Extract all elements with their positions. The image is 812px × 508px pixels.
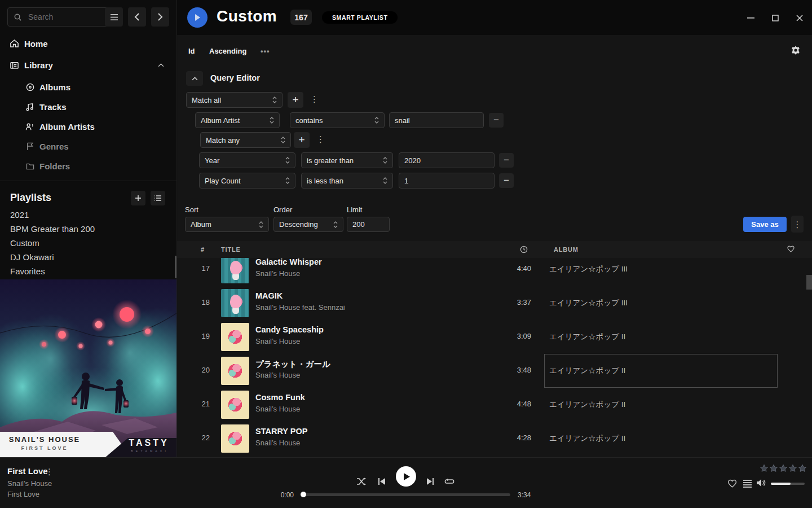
star-icon[interactable] <box>788 464 797 473</box>
star-icon[interactable] <box>769 464 778 473</box>
chevron-up-icon[interactable] <box>158 63 164 67</box>
track-row[interactable]: 19 Candy Spaceship Snail’s House 3:09 エイ… <box>177 320 804 354</box>
maximize-button[interactable] <box>767 12 783 24</box>
track-row[interactable]: 17 Galactic Whisper Snail’s House 4:40 エ… <box>177 258 804 286</box>
sort-direction-label[interactable]: Ascending <box>209 47 246 55</box>
rule-operator-select[interactable]: contains <box>290 112 385 128</box>
settings-gear-button[interactable] <box>791 46 800 57</box>
limit-input[interactable]: 200 <box>347 217 390 232</box>
rule-field-select[interactable]: Play Count <box>199 173 295 189</box>
repeat-button[interactable] <box>444 471 455 492</box>
sidebar-item-library[interactable]: Library <box>0 56 176 73</box>
rule-value-input[interactable]: snail <box>389 112 484 128</box>
add-playlist-button[interactable] <box>131 191 145 205</box>
playlist-item[interactable]: BPM Greater than 200 <box>10 224 162 235</box>
player-bar: First Love ⋮ Snail’s House First Love 0:… <box>0 457 812 508</box>
add-rule-button[interactable]: + <box>288 92 303 108</box>
queue-button[interactable] <box>743 479 752 490</box>
now-playing-title[interactable]: First Love <box>7 466 48 476</box>
match-mode-select[interactable]: Match all <box>186 92 283 108</box>
select-value: Album Artist <box>201 116 240 125</box>
save-options-kebab[interactable]: ⋮ <box>791 216 804 233</box>
playlist-item[interactable]: Favorites <box>10 266 162 278</box>
search-box[interactable] <box>7 7 113 27</box>
sort-select[interactable]: Album <box>185 217 269 232</box>
col-title[interactable]: TITLE <box>221 246 241 253</box>
select-value: contains <box>295 116 323 125</box>
gear-icon <box>791 46 800 55</box>
minimize-button[interactable] <box>743 12 758 24</box>
order-select[interactable]: Descending <box>273 217 343 232</box>
sidebar-item-album-artists[interactable]: Album Artists <box>0 118 176 135</box>
track-row[interactable]: 22 STARRY POP Snail’s House 4:28 エイリアン☆ポ… <box>177 422 804 456</box>
elapsed-time: 0:00 <box>273 491 294 499</box>
menu-button[interactable] <box>105 7 123 27</box>
volume-fill <box>771 483 791 485</box>
play-pause-button[interactable] <box>396 466 416 487</box>
rule-value-input[interactable]: 1 <box>399 173 495 189</box>
rule-field-select[interactable]: Year <box>199 152 295 168</box>
track-duration: 4:40 <box>492 264 531 273</box>
match-mode-select[interactable]: Match any <box>200 132 291 148</box>
remove-rule-button[interactable]: − <box>489 113 504 128</box>
sidebar-item-tracks[interactable]: Tracks <box>0 98 176 115</box>
more-options[interactable]: ••• <box>261 47 270 55</box>
track-row[interactable]: 20 プラネット・ガール Snail’s House 3:48 エイリアン☆ポッ… <box>177 354 804 388</box>
back-button[interactable] <box>128 7 146 27</box>
remove-rule-button[interactable]: − <box>499 173 514 188</box>
play-playlist-button[interactable] <box>187 7 208 28</box>
favorite-heart-column-icon[interactable] <box>787 246 795 252</box>
close-icon <box>796 15 803 21</box>
sidebar-item-home[interactable]: Home <box>0 35 176 52</box>
next-track-button[interactable] <box>425 471 436 492</box>
favorite-button[interactable] <box>727 479 737 490</box>
volume-button[interactable] <box>756 478 767 490</box>
playlist-item[interactable]: DJ Okawari <box>10 252 162 264</box>
track-title: プラネット・ガール <box>255 359 330 370</box>
add-rule-button[interactable]: + <box>294 132 310 148</box>
track-row[interactable]: 18 MAGIK Snail’s House feat. Sennzai 3:3… <box>177 286 804 320</box>
star-icon[interactable] <box>798 464 807 473</box>
playlist-item[interactable]: Custom <box>10 238 162 249</box>
seek-knob[interactable] <box>301 492 306 497</box>
rule-operator-select[interactable]: is less than <box>301 173 393 189</box>
col-index[interactable]: # <box>201 246 205 253</box>
sidebar-item-label: Home <box>24 39 48 49</box>
now-playing-artwork[interactable]: SNAIL'S HOUSE FIRST LOVE TASTY B E T A M… <box>0 279 176 457</box>
sidebar-item-folders[interactable]: Folders <box>0 157 176 174</box>
save-as-button[interactable]: Save as <box>743 217 787 232</box>
sidebar-item-albums[interactable]: Albums <box>0 78 176 95</box>
shuffle-button[interactable] <box>356 471 367 492</box>
seek-bar[interactable] <box>302 493 510 496</box>
track-number: 17 <box>187 264 210 273</box>
input-value: 1 <box>404 177 408 185</box>
now-playing-menu-kebab[interactable]: ⋮ <box>45 467 54 476</box>
select-chevrons-icon <box>374 117 379 124</box>
track-row[interactable]: 21 Cosmo Funk Snail’s House 4:48 エイリアン☆ポ… <box>177 388 804 422</box>
close-button[interactable] <box>792 12 807 24</box>
star-icon[interactable] <box>760 464 769 473</box>
rule-operator-select[interactable]: is greater than <box>301 152 393 168</box>
rule-field-select[interactable]: Album Artist <box>195 112 280 128</box>
group-menu-kebab[interactable]: ⋮ <box>316 135 325 143</box>
playlist-item[interactable]: 2021 <box>10 210 162 221</box>
playlist-options-button[interactable] <box>151 191 165 205</box>
forward-button[interactable] <box>151 7 169 27</box>
search-input[interactable] <box>27 12 91 22</box>
group-menu-kebab[interactable]: ⋮ <box>310 95 319 103</box>
rule-value-input[interactable]: 2020 <box>399 152 495 168</box>
now-playing-album[interactable]: First Love <box>7 490 39 498</box>
volume-slider[interactable] <box>771 483 805 485</box>
star-icon[interactable] <box>779 464 788 473</box>
sort-field-label[interactable]: Id <box>188 47 195 55</box>
previous-track-button[interactable] <box>376 471 387 492</box>
duration-clock-icon[interactable] <box>520 246 528 253</box>
sidebar-item-genres[interactable]: Genres <box>0 138 176 155</box>
sidebar-item-label: Genres <box>39 142 69 151</box>
query-editor-collapse-button[interactable] <box>186 71 203 86</box>
remove-rule-button[interactable]: − <box>499 153 514 168</box>
select-chevrons-icon <box>333 221 338 228</box>
col-album[interactable]: ALBUM <box>554 246 579 253</box>
tracklist-scrollbar[interactable] <box>806 275 812 290</box>
now-playing-artist[interactable]: Snail’s House <box>7 479 52 488</box>
